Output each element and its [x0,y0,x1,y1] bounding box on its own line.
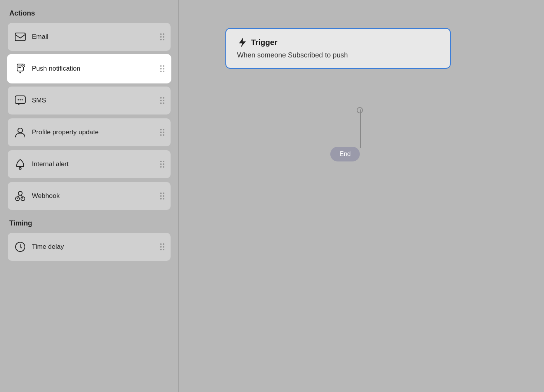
workflow-canvas: Trigger When someone Subscribed to push … [179,0,544,392]
sidebar-item-profile-property-update[interactable]: Profile property update [8,118,171,146]
sidebar-item-push-notification[interactable]: Push notification [8,55,171,83]
end-node: End [330,147,360,161]
alert-icon [14,158,26,170]
drag-handle-push [160,65,164,72]
sidebar-item-webhook[interactable]: Webhook [8,182,171,210]
sms-icon [14,94,26,107]
trigger-body: When someone Subscribed to push [237,51,439,59]
drag-handle-email [160,33,164,40]
time-delay-icon [14,241,26,253]
svg-point-14 [18,191,22,195]
connector-line [360,109,361,148]
sms-label: SMS [32,97,160,104]
svg-point-11 [19,168,21,170]
drag-handle-alert [160,161,164,168]
svg-rect-0 [15,33,25,41]
email-icon [14,31,26,43]
trigger-card[interactable]: Trigger When someone Subscribed to push [225,28,451,69]
drag-handle-webhook [160,193,164,199]
webhook-icon [14,190,26,202]
email-label: Email [32,33,160,41]
svg-rect-4 [18,67,21,68]
timing-section-title: Timing [8,219,171,227]
trigger-icon [237,37,247,47]
trigger-title: Trigger [251,38,277,47]
push-notification-icon [14,62,26,75]
sidebar-item-time-delay[interactable]: Time delay [8,233,171,261]
profile-property-label: Profile property update [32,128,160,136]
svg-point-7 [18,99,19,101]
profile-icon [14,126,26,139]
svg-point-9 [22,99,23,101]
sidebar-item-sms[interactable]: SMS [8,87,171,114]
webhook-label: Webhook [32,192,160,200]
drag-handle-profile [160,129,164,136]
push-notification-label: Push notification [32,65,160,73]
sidebar-item-email[interactable]: Email [8,23,171,51]
drag-handle-sms [160,97,164,104]
trigger-card-header: Trigger [237,37,439,47]
drag-handle-time-delay [160,243,164,250]
svg-point-10 [18,128,23,133]
actions-section-title: Actions [8,9,171,17]
sidebar-item-internal-alert[interactable]: Internal alert [8,150,171,178]
connector-dot [357,107,363,113]
internal-alert-label: Internal alert [32,160,160,168]
svg-point-2 [19,72,21,73]
time-delay-label: Time delay [32,243,160,251]
sidebar: Actions Email Push notification [0,0,179,392]
svg-point-8 [20,99,21,101]
